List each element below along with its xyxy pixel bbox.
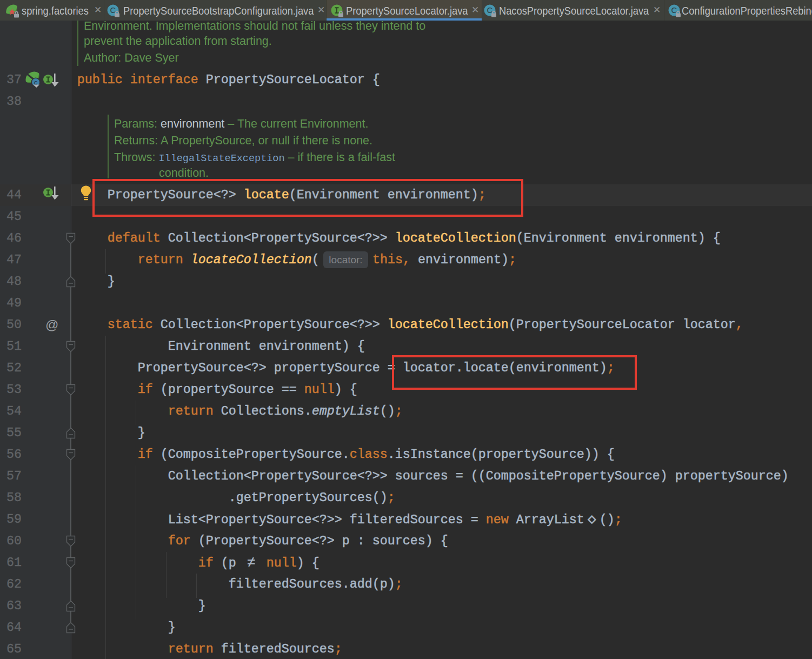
svg-text:C: C: [110, 5, 116, 15]
svg-text:C: C: [487, 5, 493, 15]
svg-text:C: C: [671, 5, 677, 15]
